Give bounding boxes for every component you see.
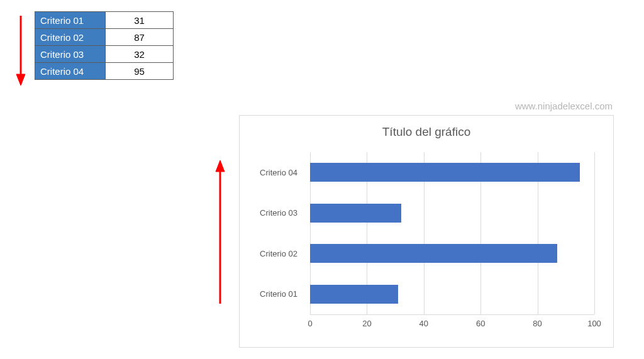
arrow-down-icon	[14, 14, 27, 87]
row-value: 32	[106, 46, 174, 63]
row-value: 95	[106, 63, 174, 80]
x-tick-label: 20	[362, 319, 371, 328]
bars-stack	[310, 152, 594, 314]
table-row: Criterio 04 95	[35, 63, 174, 80]
table-row: Criterio 03 32	[35, 46, 174, 63]
svg-marker-1	[16, 74, 25, 86]
table-row: Criterio 01 31	[35, 12, 174, 29]
x-tick-label: 80	[533, 319, 541, 328]
data-table: Criterio 01 31 Criterio 02 87 Criterio 0…	[35, 11, 174, 80]
row-label: Criterio 03	[35, 46, 106, 63]
x-tick-label: 60	[476, 319, 485, 328]
y-axis-labels: Criterio 04 Criterio 03 Criterio 02 Crit…	[252, 152, 304, 314]
chart-title: Título del gráfico	[240, 125, 613, 139]
table-row: Criterio 02 87	[35, 29, 174, 46]
row-label: Criterio 01	[35, 12, 106, 29]
y-tick-label: Criterio 03	[252, 208, 304, 218]
plot-area: Criterio 04 Criterio 03 Criterio 02 Crit…	[252, 152, 601, 334]
bar-criterio-02	[310, 244, 557, 263]
y-tick-label: Criterio 02	[252, 249, 304, 258]
row-label: Criterio 02	[35, 29, 106, 46]
bar-criterio-01	[310, 285, 398, 304]
bars-region	[310, 152, 594, 314]
y-tick-label: Criterio 04	[252, 168, 304, 177]
row-value: 87	[106, 29, 174, 46]
arrow-up-icon	[214, 160, 226, 305]
x-tick-label: 0	[308, 319, 312, 328]
x-tick-label: 40	[419, 319, 428, 328]
bar-criterio-03	[310, 204, 401, 223]
bar-chart: Título del gráfico Criterio 04 Criterio …	[239, 115, 614, 348]
row-label: Criterio 04	[35, 63, 106, 80]
x-tick-label: 100	[587, 319, 601, 328]
bar-criterio-04	[310, 163, 580, 182]
y-tick-label: Criterio 01	[252, 289, 304, 299]
watermark-text: www.ninjadelexcel.com	[515, 101, 613, 111]
x-axis: 0 20 40 60 80 100	[310, 314, 594, 334]
row-value: 31	[106, 12, 174, 29]
